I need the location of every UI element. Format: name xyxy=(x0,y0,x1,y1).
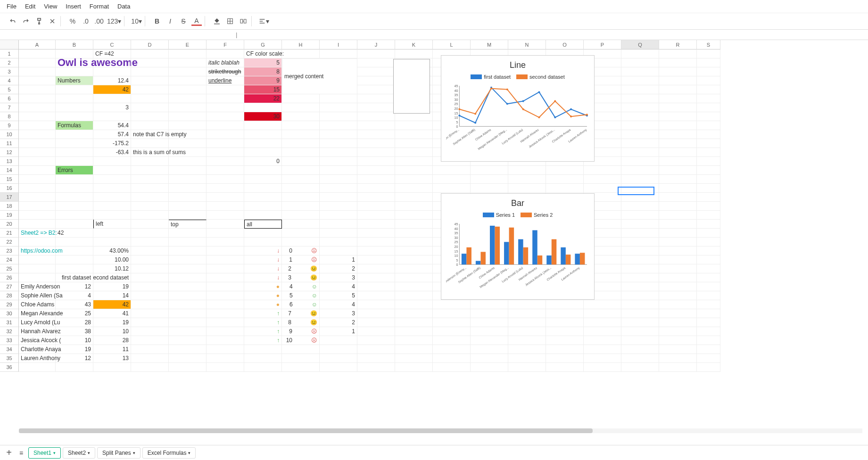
cell-Q8[interactable] xyxy=(621,112,659,121)
row-header-15[interactable]: 15 xyxy=(0,175,19,184)
cell-A20[interactable] xyxy=(19,220,56,229)
cell-H30[interactable]: 7😐 xyxy=(282,309,320,318)
cell-Q33[interactable] xyxy=(621,336,659,345)
cell-A9[interactable] xyxy=(19,121,56,130)
cell-B6[interactable] xyxy=(56,94,93,103)
cell-G2[interactable]: 5 xyxy=(244,58,282,67)
cell-H21[interactable] xyxy=(282,229,320,238)
cell-Q5[interactable] xyxy=(621,85,659,94)
cell-F23[interactable] xyxy=(207,246,244,255)
cell-J17[interactable] xyxy=(357,193,395,202)
cell-Q21[interactable] xyxy=(621,229,659,238)
cell-C35[interactable]: 13 xyxy=(93,354,131,363)
cell-S11[interactable] xyxy=(697,139,720,148)
cell-Q17[interactable] xyxy=(621,193,659,202)
cell-F22[interactable] xyxy=(207,238,244,246)
row-header-11[interactable]: 11 xyxy=(0,139,19,148)
cell-G4[interactable]: 9 xyxy=(244,76,282,85)
cell-J8[interactable] xyxy=(357,112,395,121)
cell-G19[interactable] xyxy=(244,211,282,220)
cell-I10[interactable] xyxy=(320,130,357,139)
cell-G32[interactable]: ↑ xyxy=(244,327,282,336)
cell-Q11[interactable] xyxy=(621,139,659,148)
cell-B17[interactable] xyxy=(56,193,93,202)
cell-C10[interactable]: 57.4 xyxy=(93,130,131,139)
cell-D3[interactable] xyxy=(131,67,169,76)
cell-C33[interactable]: 28 xyxy=(93,336,131,345)
cell-K21[interactable] xyxy=(395,229,433,238)
cell-S32[interactable] xyxy=(697,327,720,336)
cell-R33[interactable] xyxy=(659,336,697,345)
cell-Q26[interactable] xyxy=(621,273,659,282)
cell-R26[interactable] xyxy=(659,273,697,282)
cell-C2[interactable] xyxy=(93,58,131,67)
cell-J12[interactable] xyxy=(357,148,395,157)
cell-R20[interactable] xyxy=(659,220,697,229)
cell-C30[interactable]: 41 xyxy=(93,309,131,318)
row-header-24[interactable]: 24 xyxy=(0,255,19,264)
row-header-13[interactable]: 13 xyxy=(0,157,19,166)
cell-E14[interactable] xyxy=(169,166,207,175)
cell-S36[interactable] xyxy=(697,363,720,372)
cell-F33[interactable] xyxy=(207,336,244,345)
cell-Q6[interactable] xyxy=(621,94,659,103)
cell-J6[interactable] xyxy=(357,94,395,103)
cell-F35[interactable] xyxy=(207,354,244,363)
cell-D30[interactable] xyxy=(131,309,169,318)
cell-E34[interactable] xyxy=(169,345,207,354)
cell-Q9[interactable] xyxy=(621,121,659,130)
cell-I9[interactable] xyxy=(320,121,357,130)
cell-F25[interactable] xyxy=(207,264,244,273)
cell-P36[interactable] xyxy=(584,363,621,372)
cell-L33[interactable] xyxy=(433,336,471,345)
cell-J21[interactable] xyxy=(357,229,395,238)
cell-F34[interactable] xyxy=(207,345,244,354)
cell-D22[interactable] xyxy=(131,238,169,246)
cell-S28[interactable] xyxy=(697,291,720,300)
cell-S14[interactable] xyxy=(697,166,720,175)
cell-F10[interactable] xyxy=(207,130,244,139)
cell-R19[interactable] xyxy=(659,211,697,220)
cell-G34[interactable] xyxy=(244,345,282,354)
col-header-P[interactable]: P xyxy=(584,40,621,49)
cell-E30[interactable] xyxy=(169,309,207,318)
cell-G31[interactable]: ↑ xyxy=(244,318,282,327)
cell-Q12[interactable] xyxy=(621,148,659,157)
cell-H7[interactable] xyxy=(282,103,320,112)
cell-R11[interactable] xyxy=(659,139,697,148)
cell-I36[interactable] xyxy=(320,363,357,372)
row-header-12[interactable]: 12 xyxy=(0,148,19,157)
cell-J31[interactable] xyxy=(357,318,395,327)
cell-A29[interactable]: Chloe Adams xyxy=(19,300,56,309)
cell-F6[interactable] xyxy=(207,94,244,103)
cell-E16[interactable] xyxy=(169,184,207,193)
cell-H22[interactable] xyxy=(282,238,320,246)
cell-J33[interactable] xyxy=(357,336,395,345)
cell-Q15[interactable] xyxy=(621,175,659,184)
cell-Q23[interactable] xyxy=(621,246,659,255)
cell-O15[interactable] xyxy=(546,175,584,184)
cell-S20[interactable] xyxy=(697,220,720,229)
cell-E19[interactable] xyxy=(169,211,207,220)
undo-icon[interactable] xyxy=(8,16,18,26)
cell-G23[interactable]: ↓ xyxy=(244,246,282,255)
cell-I28[interactable]: 5 xyxy=(320,291,357,300)
cell-H35[interactable] xyxy=(282,354,320,363)
cell-C8[interactable] xyxy=(93,112,131,121)
cell-A8[interactable] xyxy=(19,112,56,121)
cell-L35[interactable] xyxy=(433,354,471,363)
cell-D36[interactable] xyxy=(131,363,169,372)
cell-P31[interactable] xyxy=(584,318,621,327)
cell-L15[interactable] xyxy=(433,175,471,184)
cell-S34[interactable] xyxy=(697,345,720,354)
cell-D35[interactable] xyxy=(131,354,169,363)
cell-J18[interactable] xyxy=(357,202,395,211)
cell-A25[interactable] xyxy=(19,264,56,273)
cell-B14[interactable]: Errors xyxy=(56,166,93,175)
cell-O29[interactable] xyxy=(546,300,584,309)
cell-F5[interactable] xyxy=(207,85,244,94)
cell-K32[interactable] xyxy=(395,327,433,336)
cell-J20[interactable] xyxy=(357,220,395,229)
row-header-27[interactable]: 27 xyxy=(0,282,19,291)
cell-N15[interactable] xyxy=(508,175,546,184)
